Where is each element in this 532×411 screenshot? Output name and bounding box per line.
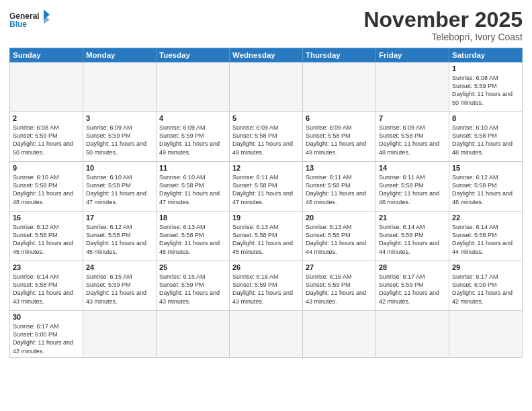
day-number: 15: [452, 164, 519, 172]
day-info: Sunrise: 6:12 AM Sunset: 5:58 PM Dayligh…: [13, 223, 80, 256]
logo: General Blue: [9, 8, 50, 30]
week-row-1: 1Sunrise: 6:08 AM Sunset: 5:59 PM Daylig…: [10, 62, 523, 112]
day-info: Sunrise: 6:09 AM Sunset: 5:58 PM Dayligh…: [306, 124, 373, 156]
calendar-cell: 5Sunrise: 6:09 AM Sunset: 5:58 PM Daylig…: [230, 112, 303, 162]
day-info: Sunrise: 6:17 AM Sunset: 6:00 PM Dayligh…: [13, 322, 80, 355]
calendar-cell: 23Sunrise: 6:14 AM Sunset: 5:58 PM Dayli…: [10, 261, 83, 311]
calendar-cell: [230, 311, 303, 358]
weekday-monday: Monday: [83, 48, 157, 62]
day-info: Sunrise: 6:13 AM Sunset: 5:58 PM Dayligh…: [159, 223, 226, 256]
calendar-cell: 4Sunrise: 6:09 AM Sunset: 5:59 PM Daylig…: [157, 112, 230, 162]
day-number: 6: [306, 114, 373, 122]
day-info: Sunrise: 6:13 AM Sunset: 5:58 PM Dayligh…: [306, 223, 373, 256]
day-info: Sunrise: 6:17 AM Sunset: 6:00 PM Dayligh…: [452, 273, 519, 306]
day-info: Sunrise: 6:09 AM Sunset: 5:58 PM Dayligh…: [379, 124, 446, 156]
calendar-cell: 20Sunrise: 6:13 AM Sunset: 5:58 PM Dayli…: [303, 212, 376, 261]
month-title: November 2025: [363, 8, 523, 32]
day-number: 17: [86, 214, 153, 222]
svg-text:Blue: Blue: [9, 19, 27, 28]
weekday-saturday: Saturday: [449, 48, 523, 62]
day-info: Sunrise: 6:13 AM Sunset: 5:58 PM Dayligh…: [232, 223, 300, 256]
calendar-cell: [376, 62, 449, 112]
calendar-cell: 22Sunrise: 6:14 AM Sunset: 5:58 PM Dayli…: [449, 212, 523, 261]
weekday-wednesday: Wednesday: [230, 48, 303, 62]
calendar-cell: 3Sunrise: 6:09 AM Sunset: 5:59 PM Daylig…: [83, 112, 157, 162]
day-number: 26: [232, 263, 300, 271]
day-number: 27: [306, 263, 373, 271]
weekday-tuesday: Tuesday: [157, 48, 230, 62]
day-info: Sunrise: 6:09 AM Sunset: 5:59 PM Dayligh…: [86, 124, 153, 156]
calendar-cell: 27Sunrise: 6:16 AM Sunset: 5:59 PM Dayli…: [303, 261, 376, 311]
header: General Blue November 2025 Telebopri, Iv…: [9, 8, 523, 42]
day-info: Sunrise: 6:08 AM Sunset: 5:59 PM Dayligh…: [13, 124, 80, 156]
location: Telebopri, Ivory Coast: [363, 32, 523, 42]
calendar-cell: 11Sunrise: 6:10 AM Sunset: 5:58 PM Dayli…: [157, 162, 230, 212]
day-info: Sunrise: 6:14 AM Sunset: 5:58 PM Dayligh…: [379, 223, 446, 256]
calendar-cell: 7Sunrise: 6:09 AM Sunset: 5:58 PM Daylig…: [376, 112, 449, 162]
calendar-cell: 9Sunrise: 6:10 AM Sunset: 5:58 PM Daylig…: [10, 162, 83, 212]
day-info: Sunrise: 6:09 AM Sunset: 5:59 PM Dayligh…: [159, 124, 226, 156]
day-info: Sunrise: 6:12 AM Sunset: 5:58 PM Dayligh…: [452, 173, 519, 206]
calendar-cell: 16Sunrise: 6:12 AM Sunset: 5:58 PM Dayli…: [10, 212, 83, 261]
calendar-cell: [83, 311, 157, 358]
day-info: Sunrise: 6:10 AM Sunset: 5:58 PM Dayligh…: [86, 173, 153, 206]
calendar-cell: 15Sunrise: 6:12 AM Sunset: 5:58 PM Dayli…: [449, 162, 523, 212]
calendar-cell: [303, 62, 376, 112]
weekday-friday: Friday: [376, 48, 449, 62]
day-number: 11: [159, 164, 226, 172]
day-info: Sunrise: 6:10 AM Sunset: 5:58 PM Dayligh…: [452, 124, 519, 156]
calendar-cell: 12Sunrise: 6:11 AM Sunset: 5:58 PM Dayli…: [230, 162, 303, 212]
day-number: 14: [379, 164, 446, 172]
week-row-2: 2Sunrise: 6:08 AM Sunset: 5:59 PM Daylig…: [10, 112, 523, 162]
day-number: 7: [379, 114, 446, 122]
title-block: November 2025 Telebopri, Ivory Coast: [363, 8, 523, 42]
week-row-6: 30Sunrise: 6:17 AM Sunset: 6:00 PM Dayli…: [10, 311, 523, 358]
day-info: Sunrise: 6:10 AM Sunset: 5:58 PM Dayligh…: [13, 173, 80, 206]
weekday-thursday: Thursday: [303, 48, 376, 62]
day-number: 16: [13, 214, 80, 222]
day-info: Sunrise: 6:11 AM Sunset: 5:58 PM Dayligh…: [379, 173, 446, 206]
day-number: 25: [159, 263, 226, 271]
day-number: 19: [232, 214, 300, 222]
calendar-cell: [449, 311, 523, 358]
day-number: 22: [452, 214, 519, 222]
calendar-cell: 28Sunrise: 6:17 AM Sunset: 5:59 PM Dayli…: [376, 261, 449, 311]
day-info: Sunrise: 6:14 AM Sunset: 5:58 PM Dayligh…: [452, 223, 519, 256]
week-row-5: 23Sunrise: 6:14 AM Sunset: 5:58 PM Dayli…: [10, 261, 523, 311]
day-info: Sunrise: 6:16 AM Sunset: 5:59 PM Dayligh…: [232, 273, 300, 306]
day-info: Sunrise: 6:14 AM Sunset: 5:58 PM Dayligh…: [13, 273, 80, 306]
day-info: Sunrise: 6:10 AM Sunset: 5:58 PM Dayligh…: [159, 173, 226, 206]
day-number: 24: [86, 263, 153, 271]
calendar-cell: 8Sunrise: 6:10 AM Sunset: 5:58 PM Daylig…: [449, 112, 523, 162]
day-info: Sunrise: 6:11 AM Sunset: 5:58 PM Dayligh…: [232, 173, 300, 206]
day-number: 9: [13, 164, 80, 172]
logo-icon: General Blue: [9, 8, 50, 28]
calendar-cell: [303, 311, 376, 358]
calendar-cell: 26Sunrise: 6:16 AM Sunset: 5:59 PM Dayli…: [230, 261, 303, 311]
weekday-sunday: Sunday: [10, 48, 83, 62]
calendar-cell: 13Sunrise: 6:11 AM Sunset: 5:58 PM Dayli…: [303, 162, 376, 212]
calendar-cell: [157, 311, 230, 358]
day-number: 20: [306, 214, 373, 222]
calendar-cell: 24Sunrise: 6:15 AM Sunset: 5:59 PM Dayli…: [83, 261, 157, 311]
day-number: 28: [379, 263, 446, 271]
day-info: Sunrise: 6:11 AM Sunset: 5:58 PM Dayligh…: [306, 173, 373, 206]
day-number: 13: [306, 164, 373, 172]
calendar-cell: 10Sunrise: 6:10 AM Sunset: 5:58 PM Dayli…: [83, 162, 157, 212]
day-number: 18: [159, 214, 226, 222]
day-info: Sunrise: 6:17 AM Sunset: 5:59 PM Dayligh…: [379, 273, 446, 306]
calendar-cell: 29Sunrise: 6:17 AM Sunset: 6:00 PM Dayli…: [449, 261, 523, 311]
calendar-cell: 6Sunrise: 6:09 AM Sunset: 5:58 PM Daylig…: [303, 112, 376, 162]
day-number: 2: [13, 114, 80, 122]
day-number: 21: [379, 214, 446, 222]
calendar-cell: 18Sunrise: 6:13 AM Sunset: 5:58 PM Dayli…: [157, 212, 230, 261]
calendar-cell: [157, 62, 230, 112]
calendar-cell: 21Sunrise: 6:14 AM Sunset: 5:58 PM Dayli…: [376, 212, 449, 261]
day-info: Sunrise: 6:15 AM Sunset: 5:59 PM Dayligh…: [159, 273, 226, 306]
calendar-cell: [83, 62, 157, 112]
day-number: 1: [452, 64, 519, 73]
day-number: 5: [232, 114, 300, 122]
calendar-cell: 17Sunrise: 6:12 AM Sunset: 5:58 PM Dayli…: [83, 212, 157, 261]
day-number: 8: [452, 114, 519, 122]
week-row-4: 16Sunrise: 6:12 AM Sunset: 5:58 PM Dayli…: [10, 212, 523, 261]
